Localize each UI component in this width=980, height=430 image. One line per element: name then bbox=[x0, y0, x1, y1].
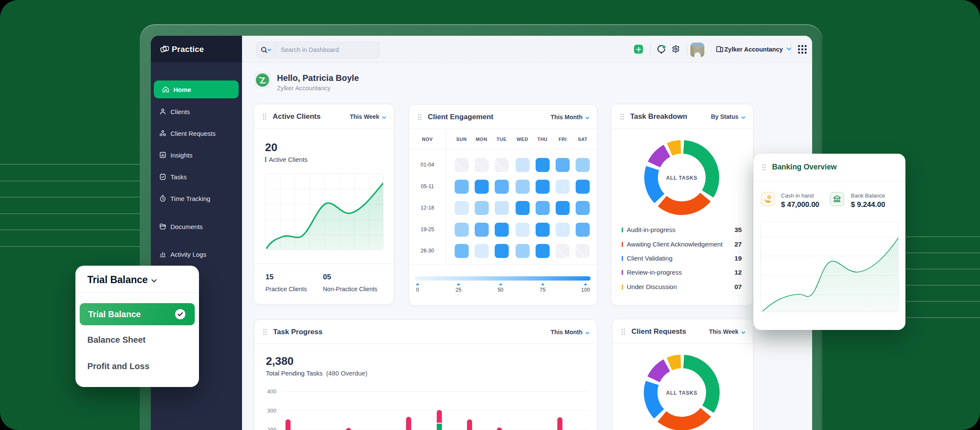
svg-text:ALL TASKS: ALL TASKS bbox=[666, 390, 697, 396]
svg-text:Z: Z bbox=[260, 76, 265, 85]
svg-text:ALL TASKS: ALL TASKS bbox=[666, 175, 697, 181]
